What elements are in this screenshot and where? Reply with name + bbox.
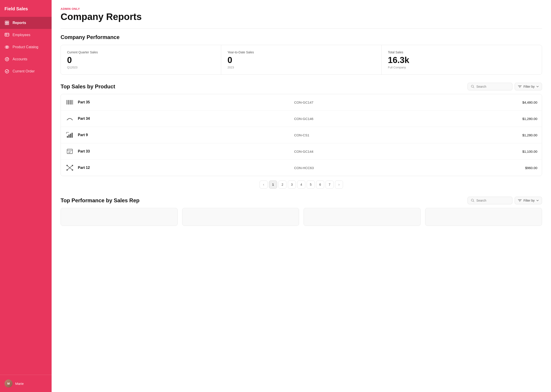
page-prev-button[interactable]: ‹ (260, 181, 268, 189)
sidebar-item-reports[interactable]: Reports (0, 17, 52, 29)
perf-value-2: 16.3k (388, 56, 536, 64)
top-reps-filter-button[interactable]: Filter by (515, 197, 542, 204)
page-btn-7[interactable]: 7 (325, 181, 334, 189)
product-price-2: $1,280.00 (510, 133, 537, 137)
product-sku-0: CON-GC147 (294, 100, 507, 104)
avatar: M (5, 379, 13, 387)
svg-line-43 (473, 201, 474, 202)
svg-point-12 (5, 70, 9, 73)
sidebar-item-order-label: Current Order (13, 69, 35, 73)
svg-point-11 (6, 58, 8, 60)
table-row[interactable]: Part 12 CON-HCC63 $960.00 (61, 160, 542, 176)
product-name-3: Part 33 (78, 149, 290, 153)
svg-point-40 (66, 169, 68, 171)
product-icon-1 (65, 114, 74, 123)
product-price-0: $4,480.00 (510, 100, 537, 104)
svg-rect-28 (70, 134, 71, 138)
perf-card-2: Total Sales 16.3k Full Company (381, 45, 542, 74)
product-icon-4 (65, 163, 74, 172)
top-sales-search-box[interactable] (467, 83, 512, 90)
perf-label-1: Year-to-Date Sales (227, 50, 375, 54)
rep-card-3 (425, 208, 542, 226)
perf-card-0: Current Quarter Sales 0 Q12023 (61, 45, 221, 74)
top-reps-header: Top Performance by Sales Rep Filter by (61, 197, 542, 204)
app-title: Field Sales (0, 0, 52, 17)
product-name-1: Part 34 (78, 117, 290, 121)
page-btn-5[interactable]: 5 (307, 181, 315, 189)
svg-rect-26 (67, 136, 68, 138)
svg-rect-21 (69, 100, 69, 105)
perf-value-0: 0 (67, 56, 215, 64)
product-sku-4: CON-HCC63 (294, 166, 507, 170)
product-price-3: $1,100.00 (510, 150, 537, 153)
rep-card-2 (304, 208, 421, 226)
sidebar-item-reports-label: Reports (13, 21, 26, 25)
sidebar-item-catalog-label: Product Catalog (13, 45, 38, 49)
product-icon-2 (65, 131, 74, 140)
svg-point-41 (72, 169, 73, 171)
top-reps-search-input[interactable] (476, 199, 508, 202)
sidebar-nav: Reports Employees Product Catalog (0, 17, 52, 375)
rep-card-0 (61, 208, 178, 226)
rep-cards (61, 208, 542, 226)
page-btn-3[interactable]: 3 (288, 181, 296, 189)
page-btn-4[interactable]: 4 (297, 181, 305, 189)
sidebar-item-current-order[interactable]: Current Order (0, 65, 52, 77)
product-name-2: Part 9 (78, 133, 290, 137)
sidebar-item-accounts[interactable]: Accounts (0, 53, 52, 65)
search-icon (471, 85, 474, 88)
sidebar-item-employees[interactable]: Employees (0, 29, 52, 41)
sidebar: Field Sales Reports Employ (0, 0, 52, 392)
svg-rect-27 (68, 134, 70, 138)
svg-rect-29 (71, 133, 73, 138)
product-sku-2: CON-CS1 (294, 133, 507, 137)
product-sku-1: CON-GC146 (294, 117, 507, 121)
sidebar-item-employees-label: Employees (13, 33, 30, 37)
catalog-icon (5, 45, 9, 49)
svg-rect-1 (7, 21, 9, 23)
svg-rect-2 (5, 23, 7, 25)
table-row[interactable]: Part 33 CON-GC144 $1,100.00 (61, 143, 542, 160)
table-row[interactable]: Part 34 CON-GC146 $1,280.00 (61, 111, 542, 127)
search-icon (471, 199, 474, 202)
svg-rect-19 (67, 100, 68, 105)
page-next-button[interactable]: › (335, 181, 343, 189)
accounts-icon (5, 57, 9, 62)
user-name: Marie (15, 382, 24, 385)
product-icon-3 (65, 147, 74, 156)
top-sales-title: Top Sales by Product (61, 84, 115, 90)
product-price-1: $1,280.00 (510, 117, 537, 121)
perf-card-1: Year-to-Date Sales 0 2023 (221, 45, 381, 74)
table-row[interactable]: Part 9 CON-CS1 $1,280.00 (61, 127, 542, 143)
product-price-4: $960.00 (510, 166, 537, 170)
svg-rect-25 (72, 100, 73, 105)
sidebar-footer: M Marie (0, 375, 52, 392)
svg-rect-20 (68, 100, 69, 105)
product-sku-3: CON-GC144 (294, 150, 507, 153)
product-name-0: Part 35 (78, 100, 290, 104)
page-btn-6[interactable]: 6 (316, 181, 324, 189)
top-reps-search-box[interactable] (467, 197, 512, 204)
sidebar-item-accounts-label: Accounts (13, 57, 27, 61)
svg-rect-0 (5, 21, 7, 23)
top-sales-filter-button[interactable]: Filter by (515, 83, 542, 90)
rep-card-1 (182, 208, 299, 226)
page-btn-2[interactable]: 2 (278, 181, 287, 189)
perf-label-2: Total Sales (388, 50, 536, 54)
svg-rect-32 (67, 149, 72, 154)
perf-sub-2: Full Company (388, 66, 536, 69)
svg-rect-3 (7, 23, 9, 25)
filter-label: Filter by (523, 85, 535, 88)
page-title: Company Reports (61, 11, 542, 22)
perf-value-1: 0 (227, 56, 375, 64)
perf-label-0: Current Quarter Sales (67, 50, 215, 54)
employees-icon (5, 33, 9, 37)
top-sales-search-input[interactable] (476, 85, 508, 88)
top-reps-title: Top Performance by Sales Rep (61, 197, 140, 204)
top-reps-controls: Filter by (467, 197, 542, 204)
table-row[interactable]: Part 35 CON-GC147 $4,480.00 (61, 94, 542, 111)
svg-rect-22 (70, 100, 70, 105)
page-btn-1[interactable]: 1 (269, 181, 277, 189)
svg-rect-18 (66, 100, 67, 105)
sidebar-item-product-catalog[interactable]: Product Catalog (0, 41, 52, 53)
